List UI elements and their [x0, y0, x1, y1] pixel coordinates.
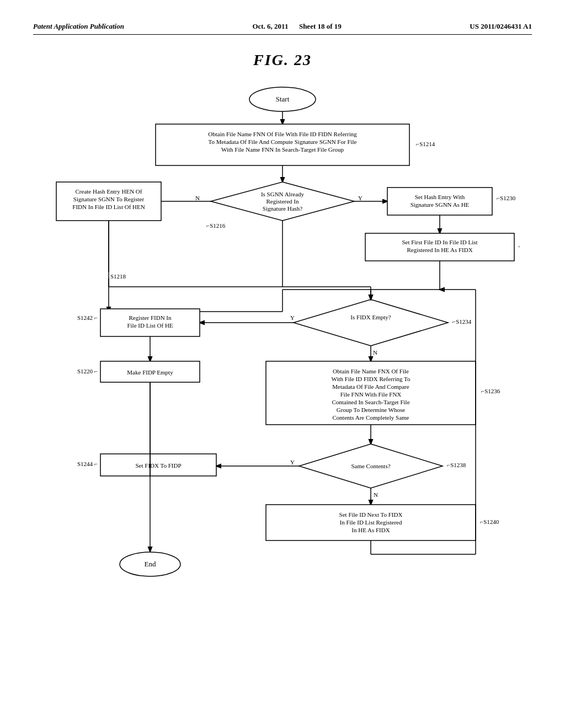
s1240-label: ⌐S1240	[480, 518, 499, 525]
s1218-label: S1218	[110, 273, 126, 280]
header-publication: Patent Application Publication	[33, 22, 124, 31]
diamond2-y-label: Y	[290, 314, 295, 321]
end-label: End	[145, 560, 156, 568]
s1242-text-2: File ID List Of HE	[127, 322, 173, 329]
s1214-text-1: Obtain File Name FNN Of File With File I…	[208, 131, 357, 137]
s1214-label: ⌐S1214	[416, 141, 435, 147]
s1220-label: S1220 ⌐	[77, 368, 98, 374]
left-box1-text-3: FIDN In File ID List Of HEN	[72, 204, 145, 210]
s1240-t3: In HE As FIDX	[351, 527, 390, 533]
s1242-text-1: Register FIDN In	[129, 314, 172, 321]
diamond1-text-3: Signature Hash?	[263, 205, 303, 212]
diamond1-n-label: N	[195, 195, 200, 201]
page-header: Patent Application Publication Oct. 6, 2…	[33, 22, 532, 35]
s1236-t3: Metadata Of File And Compare	[332, 383, 409, 390]
s1236-t5: Contained In Search-Target File	[332, 399, 409, 405]
s1236-t7: Contents Are Completely Same	[332, 414, 409, 421]
s1236-label: ⌐S1236	[481, 388, 500, 394]
svg-marker-19	[294, 299, 448, 346]
s1214-text-2: To Metadata Of File And Compute Signatur…	[208, 138, 356, 145]
s1236-t4: File FNN With File FNX	[340, 391, 402, 398]
s1232-text-2: Registered In HE As FIDX	[407, 247, 472, 253]
left-box1-text-1: Create Hash Entry HEN Of	[76, 188, 142, 195]
diamond1-y-label: Y	[358, 195, 363, 201]
s1234-label: ⌐S1234	[452, 318, 472, 325]
left-box1-text-2: Signature SGNN To Register	[73, 196, 145, 202]
header-sheet: Sheet 18 of 19	[299, 22, 342, 30]
s1244-label: S1244 ⌐	[77, 461, 98, 467]
header-date-sheet: Oct. 6, 2011 Sheet 18 of 19	[252, 22, 341, 31]
s1244-text: Set FIDX To FIDP	[135, 462, 181, 469]
diamond1-text-2: Registered In	[266, 198, 299, 205]
s1220-text: Make FIDP Empty	[127, 369, 173, 376]
header-date: Oct. 6, 2011	[252, 22, 288, 30]
diamond2-n-label: N	[373, 349, 377, 356]
s1230-label: ⌐S1230	[497, 195, 516, 201]
s1240-t1: Set File ID Next To FIDX	[339, 511, 403, 518]
s1240-t2: In File ID List Registered	[339, 519, 402, 526]
s1236-t6: Group To Determine Whose	[337, 406, 405, 413]
header-patent-number: US 2011/0246431 A1	[470, 22, 532, 31]
diamond1-text-1: Is SGNN Already	[261, 191, 305, 197]
s1230-text-2: Signature SGNN As HE	[411, 201, 470, 208]
page: Patent Application Publication Oct. 6, 2…	[0, 0, 565, 728]
diamond3-n-label: N	[374, 491, 378, 498]
figure-title: FIG. 23	[33, 51, 532, 69]
s1242-label: S1242 ⌐	[77, 314, 98, 321]
s1214-text-3: With File Name FNN In Search-Target File…	[221, 146, 344, 153]
diamond3-text: Same Contents?	[351, 463, 390, 469]
s1232-text-1: Set First File ID In File ID List	[402, 239, 477, 245]
s1216-label: ⌐S1216	[206, 222, 226, 229]
diamond3-y-label: Y	[290, 459, 295, 465]
s1230-text-1: Set Hash Entry With	[415, 194, 465, 200]
flowchart-svg: Start Obtain File Name FNN Of File With …	[45, 80, 520, 676]
flowchart: Start Obtain File Name FNN Of File With …	[45, 80, 520, 687]
diamond2-text-1: Is FIDX Empty?	[350, 314, 391, 320]
start-label: Start	[276, 95, 290, 103]
s1236-t1: Obtain File Name FNX Of File	[333, 368, 409, 374]
s1232-label: ⌐S1232	[519, 243, 520, 249]
s1236-t2: With File ID FIDX Referring To	[331, 376, 411, 382]
s1238-label: ⌐S1238	[447, 462, 466, 468]
